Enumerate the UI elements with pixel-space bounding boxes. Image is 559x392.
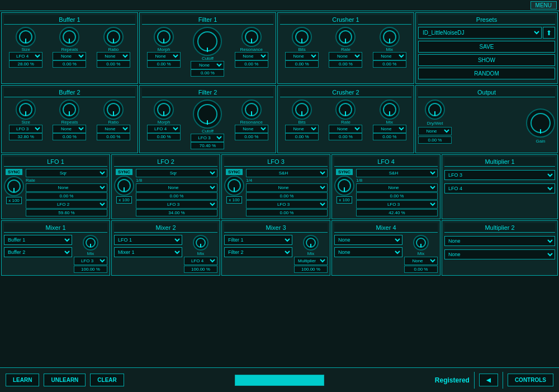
lfo4-ratemod-select[interactable]: LFO 3 xyxy=(356,200,438,209)
mixer3-select2[interactable]: Filter 2 xyxy=(224,247,292,257)
lfo3-shape-select[interactable]: S&H xyxy=(246,169,328,177)
mixer3-section: Mixer 3 Filter 1 Filter 2 Mix Multiplier… xyxy=(221,220,330,276)
lfo2-rate-select[interactable]: None xyxy=(136,183,217,192)
unlearn-button[interactable]: UNLEARN xyxy=(44,374,86,386)
crusher2-mix-knob[interactable] xyxy=(380,100,400,120)
buffer1-repeats-knob[interactable] xyxy=(59,27,79,47)
mixer3-lfo-select[interactable]: Multiplier 1 xyxy=(294,257,328,265)
crusher1-bits-knob[interactable] xyxy=(292,27,312,47)
crusher2-mix-select[interactable]: None xyxy=(373,125,406,133)
mixer3-select1[interactable]: Filter 1 xyxy=(224,235,292,245)
mixer4-select2[interactable]: None xyxy=(334,247,402,257)
crusher2-rate-wrap: Rate None 0.00 % xyxy=(329,100,362,140)
filter1-cutoff-select[interactable]: None xyxy=(191,61,224,69)
controls-button[interactable]: CONTROLS xyxy=(508,374,553,386)
preset-arrow-button[interactable]: ⬆ xyxy=(543,27,555,39)
filter1-morph-knob[interactable] xyxy=(154,27,174,47)
filter2-resonance-select[interactable]: None xyxy=(235,125,268,133)
buffer1-ratio-knob[interactable] xyxy=(103,27,124,47)
buffer1-repeats-select[interactable]: None xyxy=(53,52,86,60)
crusher1-bits-select[interactable]: None xyxy=(285,52,319,60)
filter1-morph-select[interactable]: None xyxy=(147,52,181,60)
mixer1-knob[interactable] xyxy=(83,235,98,251)
filter2-morph-wrap: Morph LFO 4None 0.00 % xyxy=(147,100,181,149)
lfo2-sync-button[interactable]: SYNC xyxy=(116,169,132,175)
filter1-morph-label: Morph xyxy=(158,47,170,52)
lfo1-knob[interactable] xyxy=(4,176,24,196)
filter2-resonance-knob[interactable] xyxy=(241,100,262,120)
clear-button[interactable]: CLEAR xyxy=(90,374,124,386)
mixer2-knob[interactable] xyxy=(193,235,209,251)
crusher2-bits-knob[interactable] xyxy=(292,100,312,120)
output-drywet-select[interactable]: None xyxy=(418,127,452,135)
show-button[interactable]: SHOW xyxy=(418,54,555,66)
buffer1-size-knob[interactable] xyxy=(16,27,36,47)
crusher1-mix-wrap: Mix None 0.00 % xyxy=(373,27,406,68)
lfo3-sync-button[interactable]: SYNC xyxy=(226,169,243,175)
crusher2-rate-select[interactable]: None xyxy=(329,125,362,133)
filter1-resonance-knob[interactable] xyxy=(241,27,262,47)
mixer4-knob[interactable] xyxy=(413,235,429,251)
output-gain-knob[interactable] xyxy=(526,108,555,138)
mixer2-select2[interactable]: Mixer 1 xyxy=(114,247,182,257)
crusher2-bits-select[interactable]: None xyxy=(285,125,319,133)
filter2-cutoff-select[interactable]: LFO 3None xyxy=(191,134,224,142)
crusher1-mix-select[interactable]: None xyxy=(373,52,406,60)
mixer1-select2[interactable]: Buffer 2 xyxy=(4,247,72,257)
lfo3-ratemod-select[interactable]: LFO 3 xyxy=(246,200,328,209)
buffer1-ratio-select[interactable]: None xyxy=(97,52,130,60)
lfo1-rate-select[interactable]: None xyxy=(26,183,107,192)
top-bar: MENU xyxy=(0,0,559,11)
mixer1-lfo-select[interactable]: LFO 3 xyxy=(74,257,107,265)
lfo2-knob[interactable] xyxy=(114,176,134,196)
filter2-morph-select[interactable]: LFO 4None xyxy=(147,125,181,133)
buffer1-title: Buffer 1 xyxy=(4,15,135,25)
bottom-left-buttons: LEARN UNLEARN CLEAR xyxy=(6,374,124,386)
learn-button[interactable]: LEARN xyxy=(6,374,39,386)
crusher1-rate-knob[interactable] xyxy=(335,27,356,47)
buffer1-size-select[interactable]: LFO 4None xyxy=(9,52,42,60)
filter1-resonance-select[interactable]: None xyxy=(235,52,268,60)
buffer2-ratio-select[interactable]: None xyxy=(97,125,130,133)
mixer1-select1[interactable]: Buffer 1 xyxy=(4,235,72,245)
mixer2-select1[interactable]: LFO 1 xyxy=(114,235,182,245)
crusher1-mix-knob[interactable] xyxy=(380,27,400,47)
multiplier2-select2[interactable]: None xyxy=(444,249,555,259)
lfo4-shape-select[interactable]: S&H xyxy=(356,169,438,177)
filter1-cutoff-knob[interactable] xyxy=(193,27,222,56)
multiplier1-select2[interactable]: LFO 4None xyxy=(444,183,555,193)
lfo2-ratemod-select[interactable]: LFO 3 xyxy=(136,200,217,209)
output-drywet-knob[interactable] xyxy=(425,100,445,120)
lfo3-knob[interactable] xyxy=(224,176,244,196)
buffer2-size-select[interactable]: LFO 3None xyxy=(9,125,42,133)
save-button[interactable]: SAVE xyxy=(418,41,555,53)
crusher1-rate-select[interactable]: None xyxy=(329,52,362,60)
buffer2-repeats-knob[interactable] xyxy=(59,100,79,120)
preset-select[interactable]: ID_LittleNoiseDJ xyxy=(418,27,542,39)
lfo2-shape-select[interactable]: Sqr xyxy=(136,169,217,177)
play-button[interactable]: ◀ xyxy=(479,374,498,386)
crusher1-bits-label: Bits xyxy=(298,47,305,52)
lfo1-sync-button[interactable]: SYNC xyxy=(6,169,22,175)
filter2-morph-knob[interactable] xyxy=(154,100,174,120)
mixer4-select1[interactable]: None xyxy=(334,235,402,245)
lfo3-rate-select[interactable]: None xyxy=(246,183,328,192)
lfo4-rate-select[interactable]: None xyxy=(356,183,438,192)
buffer2-size-knob[interactable] xyxy=(16,100,36,120)
multiplier1-select1[interactable]: LFO 3None xyxy=(444,170,555,180)
crusher2-rate-knob[interactable] xyxy=(335,100,356,120)
mixer2-lfo-select[interactable]: LFO 4 xyxy=(184,257,217,265)
lfo4-sync-button[interactable]: SYNC xyxy=(336,169,353,175)
lfo4-knob[interactable] xyxy=(334,176,354,196)
random-button[interactable]: RANDOM xyxy=(418,68,555,79)
lfo1-shape-select[interactable]: Sqr xyxy=(26,169,107,177)
menu-button[interactable]: MENU xyxy=(530,1,557,10)
mixer4-lfo-select[interactable]: None xyxy=(404,257,438,265)
filter2-cutoff-knob[interactable] xyxy=(193,100,222,129)
lfo1-ratemod-select[interactable]: LFO 2 xyxy=(26,200,107,209)
lfo2-title: LFO 2 xyxy=(114,157,217,167)
buffer2-ratio-knob[interactable] xyxy=(103,100,124,120)
multiplier2-select1[interactable]: None xyxy=(444,236,555,246)
buffer2-repeats-select[interactable]: None xyxy=(53,125,86,133)
mixer3-knob[interactable] xyxy=(303,235,319,251)
